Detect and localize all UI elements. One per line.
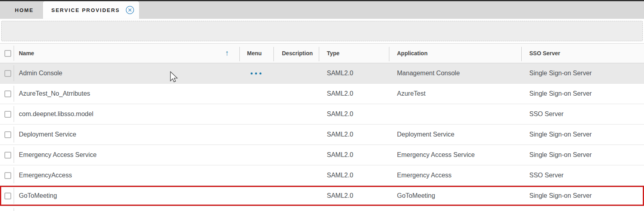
filter-drop-zone [1,21,643,41]
row-checkbox[interactable] [4,193,11,199]
table-body: Admin Console SAML2.0 Management Console… [0,63,644,206]
cell-name: com.deepnet.libsso.model [14,104,239,124]
table-row[interactable]: Admin Console SAML2.0 Management Console… [0,63,644,84]
row-checkbox-cell [0,104,14,124]
column-header-application[interactable]: Application [389,44,521,63]
cell-description [273,84,319,104]
header-checkbox-cell [0,44,14,63]
row-checkbox[interactable] [4,111,11,118]
cell-application: Emergency Access [389,165,521,185]
row-menu-ellipsis-icon[interactable] [251,72,261,74]
cell-type: SAML2.0 [319,125,389,145]
row-checkbox[interactable] [4,131,11,138]
tab-service-providers[interactable]: SERVICE PROVIDERS [43,1,139,19]
cell-sso-server: Single Sign-on Server [521,84,644,104]
cell-sso-server: SSO Server [521,165,644,185]
row-checkbox-cell [0,84,14,104]
cell-application: Emergency Access Service [389,145,521,165]
app-window: HOME SERVICE PROVIDERS Name ↑ [0,0,644,211]
cell-sso-server: Single Sign-on Server [521,186,644,206]
row-checkbox[interactable] [4,70,11,77]
table-row-partial [0,206,644,211]
column-header-sso-server-label: SSO Server [529,50,560,56]
row-checkbox[interactable] [4,90,11,97]
row-checkbox-cell [0,125,14,145]
cell-application: GoToMeeting [389,186,521,206]
cell-name: Deployment Service [14,125,239,145]
cell-type: SAML2.0 [319,84,389,104]
cell-type: SAML2.0 [319,63,389,83]
column-header-description[interactable]: Description [273,44,319,63]
row-checkbox-cell [0,206,14,211]
cell-name: GoToMeeting [14,186,239,206]
tab-service-providers-label: SERVICE PROVIDERS [51,7,120,13]
sort-ascending-icon[interactable]: ↑ [225,49,229,58]
table-row[interactable]: AzureTest_No_Atrributes SAML2.0 AzureTes… [0,84,644,104]
column-header-sso-server[interactable]: SSO Server [521,44,644,63]
cell-description [273,125,319,145]
tab-home-label: HOME [15,7,34,13]
cell-menu [239,186,273,206]
cell-menu [239,104,273,124]
cell-menu [239,165,273,185]
cell-name: EmergencyAccess [14,165,239,185]
cell-description [273,63,319,83]
cell-sso-server: Single Sign-on Server [521,63,644,83]
table-row[interactable]: EmergencyAccess SAML2.0 Emergency Access… [0,165,644,186]
cell-menu [239,125,273,145]
cell-sso-server: SSO Server [521,104,644,124]
cell-sso-server: Single Sign-on Server [521,145,644,165]
column-header-menu-label: Menu [247,50,262,56]
tab-close-icon[interactable] [126,6,134,14]
cell-type: SAML2.0 [319,145,389,165]
select-all-checkbox[interactable] [4,50,11,57]
cell-sso-server: Single Sign-on Server [521,125,644,145]
table-row[interactable]: Emergency Access Service SAML2.0 Emergen… [0,145,644,165]
row-checkbox-cell [0,165,14,185]
cell-description [273,186,319,206]
column-header-type[interactable]: Type [319,44,389,63]
cell-type: SAML2.0 [319,186,389,206]
row-checkbox-cell [0,186,14,206]
cell-description [273,104,319,124]
table-row[interactable]: com.deepnet.libsso.model SAML2.0 SSO Ser… [0,104,644,125]
cell-description [273,165,319,185]
column-header-name[interactable]: Name ↑ [14,44,239,63]
cell-menu [239,63,273,83]
cell-application: AzureTest [389,84,521,104]
column-header-menu[interactable]: Menu [239,44,273,63]
row-checkbox-cell [0,63,14,83]
tab-bar: HOME SERVICE PROVIDERS [0,1,644,19]
cell-application: Management Console [389,63,521,83]
cell-menu [239,84,273,104]
row-checkbox[interactable] [4,152,11,159]
cell-name: Admin Console [14,63,239,83]
tab-home[interactable]: HOME [8,1,41,19]
table-header-row: Name ↑ Menu Description Type Application… [0,43,644,63]
cell-name: AzureTest_No_Atrributes [14,84,239,104]
service-providers-table: Name ↑ Menu Description Type Application… [0,43,644,211]
column-header-application-label: Application [397,50,427,56]
cell-application [389,104,521,124]
column-header-type-label: Type [327,50,340,56]
row-checkbox[interactable] [4,172,11,179]
cell-menu [239,145,273,165]
cell-name: Emergency Access Service [14,145,239,165]
row-checkbox-cell [0,145,14,165]
table-row[interactable]: GoToMeeting SAML2.0 GoToMeeting Single S… [0,186,644,206]
cell-application: Deployment Service [389,125,521,145]
column-header-name-label: Name [19,50,34,56]
cell-description [273,145,319,165]
cell-type: SAML2.0 [319,165,389,185]
column-header-description-label: Description [282,50,313,56]
cell-type: SAML2.0 [319,104,389,124]
table-row[interactable]: Deployment Service SAML2.0 Deployment Se… [0,125,644,145]
